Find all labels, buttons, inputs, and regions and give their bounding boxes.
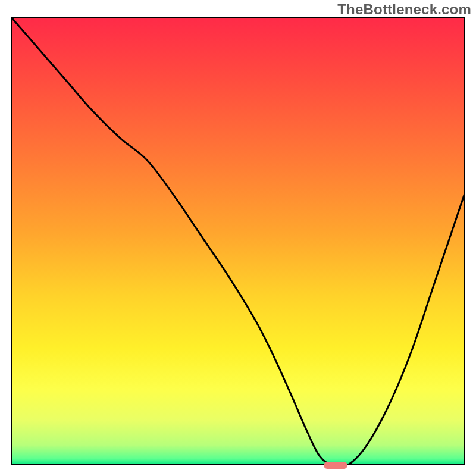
optimal-marker (324, 462, 347, 469)
gradient-background (11, 17, 465, 465)
plot-area (11, 17, 465, 465)
chart-frame: TheBottleneck.com (0, 0, 476, 476)
watermark-label: TheBottleneck.com (337, 1, 471, 18)
bottleneck-chart (11, 17, 465, 465)
